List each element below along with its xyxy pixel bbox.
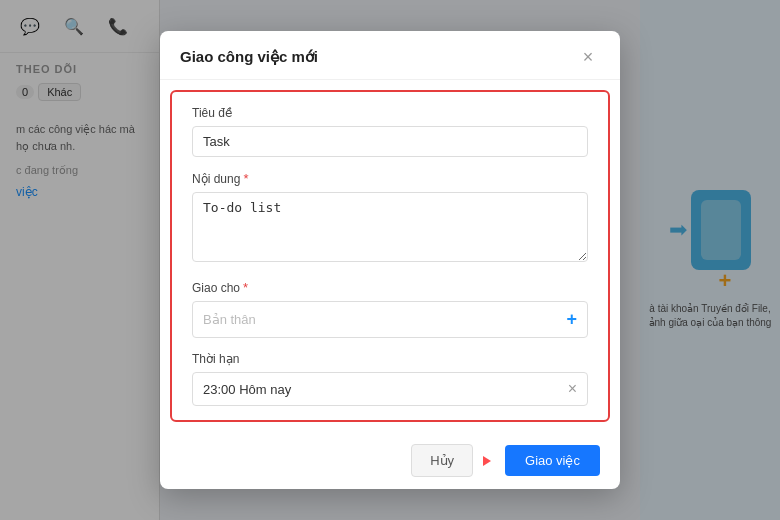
deadline-group: Thời hạn 23:00 Hôm nay × — [192, 352, 588, 406]
cancel-button[interactable]: Hủy — [411, 444, 473, 477]
title-label: Tiêu đề — [192, 106, 588, 120]
content-textarea[interactable]: To-do list — [192, 192, 588, 262]
required-star: * — [243, 171, 248, 186]
deadline-label: Thời hạn — [192, 352, 588, 366]
modal-footer: Hủy Giao việc — [160, 432, 620, 489]
deadline-field[interactable]: 23:00 Hôm nay × — [192, 372, 588, 406]
assign-field[interactable]: Bản thân + — [192, 301, 588, 338]
title-input[interactable] — [192, 126, 588, 157]
modal-form-body: Tiêu đề Nội dung * To-do list Giao cho *… — [170, 90, 610, 422]
title-group: Tiêu đề — [192, 106, 588, 157]
modal-title: Giao công việc mới — [180, 48, 318, 66]
modal-dialog: Giao công việc mới × Tiêu đề Nội dung * … — [160, 31, 620, 489]
assign-required-star: * — [243, 280, 248, 295]
deadline-value: 23:00 Hôm nay — [203, 382, 291, 397]
assign-plus-icon[interactable]: + — [566, 309, 577, 330]
modal-header: Giao công việc mới × — [160, 31, 620, 80]
arrow-indicator — [483, 456, 491, 466]
assign-group: Giao cho * Bản thân + — [192, 280, 588, 338]
content-group: Nội dung * To-do list — [192, 171, 588, 266]
deadline-clear-icon[interactable]: × — [568, 380, 577, 398]
assign-label: Giao cho * — [192, 280, 588, 295]
assign-placeholder: Bản thân — [203, 312, 256, 327]
assign-button[interactable]: Giao việc — [505, 445, 600, 476]
content-label: Nội dung * — [192, 171, 588, 186]
close-button[interactable]: × — [576, 45, 600, 69]
